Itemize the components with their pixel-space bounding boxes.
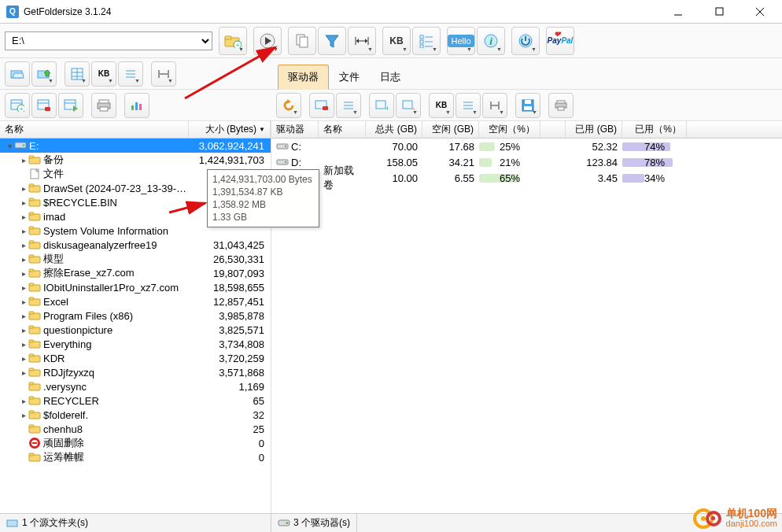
fit-width-sub-button[interactable]: ▼	[151, 61, 176, 87]
options-button[interactable]: ▼	[412, 27, 441, 55]
svg-rect-98	[29, 269, 34, 272]
save-button[interactable]: ▼	[515, 93, 540, 118]
tree-expander[interactable]: ▸	[19, 269, 28, 278]
tree-row[interactable]: 运筹帷幄0	[0, 450, 271, 464]
col-drive-name[interactable]: 名称	[319, 121, 366, 138]
copy-button[interactable]	[288, 27, 316, 55]
col-drive[interactable]: 驱动器	[271, 121, 319, 138]
svg-marker-12	[326, 35, 338, 47]
tree-label: imad	[43, 211, 187, 223]
col-name[interactable]: 名称	[0, 121, 189, 138]
dropdown-arrow-icon: ▼	[135, 78, 140, 83]
tree-row[interactable]: ▸模型26,530,331	[0, 252, 271, 266]
tree-expander[interactable]: ▸	[19, 411, 28, 419]
remove-view-button[interactable]	[31, 93, 57, 118]
tree-expander[interactable]: ▸	[19, 297, 28, 306]
col-free[interactable]: 空闲 (GB)	[422, 121, 479, 138]
info-button[interactable]: i ▼	[477, 27, 505, 55]
tree-row[interactable]: ▸RECYCLER65	[0, 393, 271, 408]
delete-view-button[interactable]	[309, 93, 334, 118]
tree-row[interactable]: ▸擦除Erase_xz7.com19,807,093	[0, 266, 271, 280]
svg-rect-114	[29, 382, 34, 385]
grid-minus-right-button[interactable]: −▼	[396, 93, 421, 118]
tree-label: chenhu8	[43, 423, 187, 435]
tab-file[interactable]: 文件	[329, 65, 370, 90]
list-view-right-button[interactable]: ▼	[336, 93, 361, 118]
tree-row[interactable]: ▸备份1,424,931,703	[0, 153, 271, 167]
folder-open-action-button[interactable]	[5, 61, 30, 87]
tree-expander[interactable]: ▾	[5, 142, 14, 150]
paypal-button[interactable]: ❤PayPal	[546, 27, 574, 55]
tree-row[interactable]: ▸KDR3,720,259	[0, 351, 271, 365]
tree-expander[interactable]: ▸	[19, 326, 28, 334]
scan-button[interactable]: ▼	[253, 27, 282, 55]
svg-rect-75	[524, 106, 532, 110]
drive-table[interactable]: C:70.0017.6825%52.3274%D:158.0534.2121%1…	[271, 139, 782, 186]
tree-row[interactable]: ▸diskusageanalyzerfree1931,043,425	[0, 238, 271, 252]
tree-row[interactable]: ▸IObitUninstaller1Pro_xz7.com18,598,655	[0, 280, 271, 294]
svg-rect-100	[29, 283, 34, 286]
tab-log[interactable]: 日志	[370, 65, 411, 90]
svg-point-126	[285, 161, 286, 162]
tree-row[interactable]: ▸$folderelf.32	[0, 408, 271, 422]
col-total[interactable]: 总共 (GB)	[366, 121, 422, 138]
tree-row[interactable]: ▾E:3,062,924,241	[0, 139, 271, 153]
tree-row[interactable]: chenhu825	[0, 422, 271, 436]
close-button[interactable]	[744, 2, 776, 21]
refresh-button[interactable]: ▼	[276, 93, 301, 118]
print-right-button[interactable]	[548, 93, 574, 118]
tree-expander[interactable]: ▸	[19, 241, 28, 249]
list-view-button[interactable]: ▼	[118, 61, 143, 87]
tree-row[interactable]: ▸RDJjfzyxzq3,571,868	[0, 365, 271, 379]
add-view-button[interactable]: +	[5, 93, 30, 118]
dropdown-arrow-icon: ▼	[531, 46, 537, 52]
tree-expander[interactable]: ▸	[19, 283, 28, 292]
tree-expander[interactable]: ▸	[19, 397, 28, 405]
col-used[interactable]: 已用 (GB)	[566, 121, 622, 138]
drive-row[interactable]: C:70.0017.6825%52.3274%	[271, 139, 782, 154]
fit-width-button[interactable]: ▼	[348, 27, 376, 55]
grid-add-right-button[interactable]: +	[369, 93, 394, 118]
list-grid-button[interactable]: ▼	[65, 61, 90, 87]
tree-size: 3,985,878	[187, 310, 266, 322]
list-right-button[interactable]: ▼	[456, 93, 481, 118]
tree-row[interactable]: ▸Everything3,734,808	[0, 337, 271, 351]
tree-expander[interactable]: ▸	[19, 156, 28, 164]
open-folder-button[interactable]: + ▼	[219, 27, 247, 55]
path-combo[interactable]: E:\	[5, 31, 212, 50]
unit-kb-right-button[interactable]: KB▼	[429, 93, 454, 118]
tree-expander[interactable]: ▸	[19, 255, 28, 264]
drive-row[interactable]: 新加载卷10.006.5565%3.4534%	[271, 170, 782, 186]
tree-expander[interactable]: ▸	[19, 340, 28, 349]
tree-row[interactable]: .verysync1,169	[0, 379, 271, 393]
filter-button[interactable]	[318, 27, 346, 55]
tree-row[interactable]: ▸questionpicture3,825,571	[0, 323, 271, 337]
col-size[interactable]: 大小 (Bytes)▼	[189, 121, 271, 138]
maximize-button[interactable]	[703, 2, 735, 21]
tree-row[interactable]: 顽固删除0	[0, 436, 271, 450]
print-button[interactable]	[91, 93, 116, 118]
power-button[interactable]: ▼	[511, 27, 540, 55]
tree-expander[interactable]: ▸	[19, 354, 28, 363]
tree-row[interactable]: ▸Excel12,857,451	[0, 294, 271, 308]
tab-drive[interactable]: 驱动器	[278, 65, 329, 90]
svg-rect-116	[29, 397, 34, 399]
col-used-pct[interactable]: 已用（%）	[622, 121, 687, 138]
tree-expander[interactable]: ▸	[19, 198, 28, 207]
col-free-pct[interactable]: 空闲（%）	[479, 121, 540, 138]
tree-row[interactable]: ▸Program Files (x86)3,985,878	[0, 308, 271, 323]
fit-right-button[interactable]: ▼	[482, 93, 507, 118]
folder-up-button[interactable]: ▼	[31, 61, 57, 87]
tree-expander[interactable]: ▸	[19, 212, 28, 221]
tree-expander[interactable]: ▸	[19, 312, 28, 320]
chart-button[interactable]	[124, 93, 149, 118]
export-view-button[interactable]	[58, 93, 83, 118]
hello-button[interactable]: Hello ▼	[447, 27, 475, 55]
unit-kb-sub-button[interactable]: KB▼	[91, 61, 116, 87]
tree-expander[interactable]: ▸	[19, 227, 28, 235]
tree-expander[interactable]: ▸	[19, 368, 28, 377]
minimize-button[interactable]	[662, 2, 694, 21]
unit-kb-button[interactable]: KB ▼	[382, 27, 411, 55]
svg-rect-82	[29, 156, 34, 158]
tree-expander[interactable]: ▸	[19, 184, 28, 193]
